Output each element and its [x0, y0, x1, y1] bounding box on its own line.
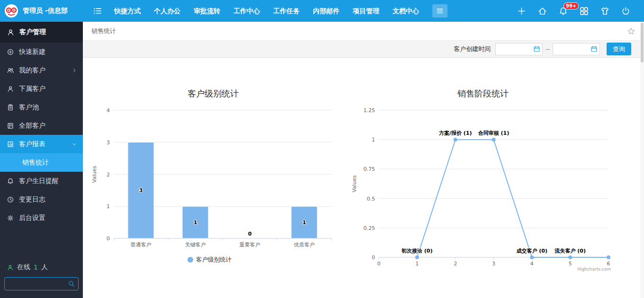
svg-text:Highcharts.com: Highcharts.com	[577, 267, 611, 272]
menu-list-icon[interactable]	[92, 6, 103, 16]
topbar: 管理员 -信息部 快捷方式个人办公审批流转工作中心工作任务内部邮件项目管理文档中…	[0, 0, 644, 22]
date-to-field[interactable]	[553, 43, 600, 55]
sidebar-bottom: 在线 1 人	[0, 260, 83, 298]
svg-text:1: 1	[415, 261, 419, 267]
bell-icon[interactable]: 99+	[558, 6, 568, 16]
svg-text:Values: Values	[351, 175, 358, 192]
sidebar: 客户管理 快速新建我的客户下属客户客户池全部客户客户报表销售统计客户生日提醒变更…	[0, 22, 83, 298]
date-to-input[interactable]	[553, 44, 590, 55]
online-count: 1	[34, 263, 38, 271]
topbar-actions: 99+	[517, 6, 644, 16]
sidebar-header-label: 客户管理	[19, 28, 46, 36]
app-logo-icon	[4, 4, 18, 18]
svg-text:0.75: 0.75	[364, 166, 376, 172]
online-label: 在线	[17, 263, 30, 272]
sidebar-item[interactable]: 快速新建	[0, 43, 83, 61]
nav-item[interactable]: 工作任务	[267, 0, 306, 22]
svg-text:方案/报价 (1): 方案/报价 (1)	[438, 130, 472, 136]
sidebar-item[interactable]: 客户池	[0, 98, 83, 116]
svg-text:客户级别统计: 客户级别统计	[196, 256, 232, 263]
sidebar-item[interactable]: 销售统计	[0, 153, 83, 172]
calendar-icon[interactable]	[533, 45, 542, 53]
sidebar-item-label: 客户生日提醒	[19, 177, 59, 185]
sidebar-item-label: 快速新建	[19, 48, 45, 56]
clipboard-icon	[7, 104, 14, 111]
svg-text:销售阶段统计: 销售阶段统计	[457, 88, 509, 98]
sidebar-item-label: 变更日志	[19, 195, 45, 204]
shirt-icon[interactable]	[600, 6, 610, 16]
calendar-icon[interactable]	[590, 45, 599, 53]
nav-item[interactable]: 工作中心	[227, 0, 267, 22]
person-icon	[7, 85, 14, 93]
book-icon	[7, 122, 14, 130]
notification-badge: 99+	[564, 2, 579, 9]
svg-text:Values: Values	[91, 166, 98, 183]
sidebar-item-label: 下属客户	[19, 85, 45, 93]
page-layout: 客户管理 快速新建我的客户下属客户客户池全部客户客户报表销售统计客户生日提醒变更…	[0, 22, 644, 298]
nav-item[interactable]: 文档中心	[386, 0, 426, 22]
gear-icon	[7, 214, 14, 222]
scrollbar-thumb[interactable]	[641, 23, 644, 62]
sidebar-item[interactable]: 变更日志	[0, 190, 83, 209]
svg-text:0: 0	[377, 261, 381, 267]
chevron-down-icon	[72, 141, 77, 147]
date-range-separator: --	[546, 46, 550, 53]
svg-text:0: 0	[107, 236, 110, 242]
customer-level-chart: 客户级别统计Values012343普通客户1关键客户0重要客户1优质客户客户级…	[88, 85, 339, 270]
main-content: 销售统计 客户创建时间 -- 查询 客户级别统计Values012343普通客户…	[83, 22, 644, 298]
grid-icon[interactable]	[579, 6, 589, 16]
search-icon[interactable]	[68, 280, 75, 288]
sidebar-item[interactable]: 客户报表	[0, 135, 83, 153]
svg-text:关键客户: 关键客户	[185, 242, 206, 248]
online-suffix: 人	[41, 263, 48, 272]
sidebar-item-label: 销售统计	[22, 158, 49, 167]
report-icon	[7, 140, 14, 148]
nav-item[interactable]: 审批流转	[187, 0, 227, 22]
svg-text:3: 3	[107, 140, 110, 146]
bar-chart-svg: 客户级别统计Values012343普通客户1关键客户0重要客户1优质客户客户级…	[88, 85, 339, 270]
filter-label: 客户创建时间	[454, 45, 491, 53]
date-from-field[interactable]	[495, 43, 543, 55]
nav-collapse-button[interactable]	[432, 4, 447, 18]
date-from-input[interactable]	[496, 44, 533, 55]
svg-text:合同审核 (1): 合同审核 (1)	[478, 130, 510, 136]
online-status: 在线 1 人	[0, 260, 83, 274]
nav-item[interactable]: 内部邮件	[306, 0, 346, 22]
svg-text:6: 6	[607, 261, 610, 267]
sidebar-item[interactable]: 客户生日提醒	[0, 172, 83, 190]
power-icon[interactable]	[621, 6, 631, 16]
sidebar-item[interactable]: 全部客户	[0, 116, 83, 135]
filter-bar: 客户创建时间 -- 查询	[83, 41, 644, 58]
svg-text:1: 1	[303, 219, 306, 226]
svg-text:普通客户: 普通客户	[131, 242, 152, 248]
query-button[interactable]: 查询	[607, 43, 631, 55]
clock-icon	[7, 196, 14, 203]
svg-text:3: 3	[139, 187, 143, 193]
svg-text:0.5: 0.5	[367, 196, 376, 202]
svg-text:2: 2	[107, 172, 110, 178]
svg-text:0: 0	[372, 254, 375, 261]
svg-text:成交客户 (0): 成交客户 (0)	[516, 248, 548, 254]
plus-circle-icon	[7, 48, 14, 56]
nav-item[interactable]: 个人办公	[147, 0, 187, 22]
sidebar-item[interactable]: 后台设置	[0, 209, 83, 227]
scrollbar[interactable]	[640, 22, 644, 298]
svg-text:流失客户 (0): 流失客户 (0)	[554, 248, 586, 254]
svg-text:2: 2	[454, 261, 457, 267]
sidebar-item-label: 全部客户	[19, 122, 45, 130]
line-chart-svg: 销售阶段统计Values00.250.50.7511.250123456初次接洽…	[350, 85, 616, 274]
svg-text:5: 5	[569, 261, 572, 267]
home-icon[interactable]	[537, 6, 547, 16]
sidebar-item[interactable]: 我的客户	[0, 61, 83, 79]
charts-row: 客户级别统计Values012343普通客户1关键客户0重要客户1优质客户客户级…	[83, 58, 644, 274]
nav-item[interactable]: 项目管理	[346, 0, 386, 22]
svg-text:客户级别统计: 客户级别统计	[188, 88, 239, 98]
sidebar-item[interactable]: 下属客户	[0, 79, 83, 98]
favorite-star-icon[interactable]	[627, 27, 635, 35]
plus-icon[interactable]	[517, 6, 527, 16]
sidebar-header-customer-management[interactable]: 客户管理	[0, 22, 83, 43]
sidebar-item-label: 我的客户	[19, 66, 45, 75]
svg-text:1: 1	[372, 137, 375, 143]
nav-item[interactable]: 快捷方式	[107, 0, 147, 22]
chevron-right-icon	[72, 68, 77, 73]
